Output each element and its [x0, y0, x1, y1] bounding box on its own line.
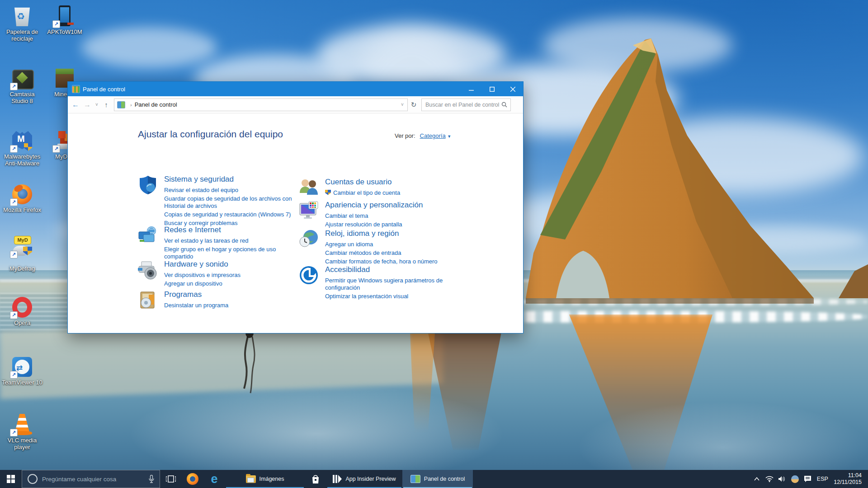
- app-insider-icon: [333, 475, 342, 483]
- category-title[interactable]: Redes e Internet: [164, 225, 298, 235]
- address-dropdown-icon[interactable]: ˅: [397, 102, 407, 107]
- task-link[interactable]: Cambiar métodos de entrada: [325, 249, 455, 257]
- forward-button[interactable]: →: [81, 101, 93, 109]
- icon-label: Papelera de reciclaje: [1, 28, 43, 42]
- cortana-search-box[interactable]: Pregúntame cualquier cosa: [22, 470, 160, 488]
- volume-icon[interactable]: [777, 470, 788, 488]
- display-personalization-icon[interactable]: [299, 201, 319, 221]
- task-link[interactable]: Ver dispositivos e impresoras: [164, 272, 298, 279]
- category-title[interactable]: Accesibilidad: [325, 265, 455, 274]
- task-link[interactable]: Revisar el estado del equipo: [164, 187, 298, 194]
- network-icon[interactable]: [138, 225, 158, 245]
- printer-icon[interactable]: [138, 260, 158, 280]
- shield-icon[interactable]: [138, 175, 158, 195]
- taskbar-button-label: Panel de control: [424, 476, 465, 482]
- task-link[interactable]: Cambiar el tema: [325, 212, 455, 220]
- opera-icon: ↗: [11, 296, 33, 318]
- task-link[interactable]: Guardar copias de seguridad de los archi…: [164, 195, 298, 210]
- rock-arch: [497, 27, 868, 307]
- control-panel-icon: [72, 85, 80, 93]
- clock-globe-icon[interactable]: [299, 229, 319, 249]
- back-button[interactable]: ←: [70, 101, 81, 109]
- shortcut-arrow-icon: ↗: [10, 311, 18, 319]
- task-link[interactable]: Agregar un dispositivo: [164, 280, 298, 287]
- desktop-icon-apktow10m[interactable]: ↗ APKToW10M: [44, 5, 85, 35]
- shortcut-arrow-icon: ↗: [52, 145, 60, 153]
- up-button[interactable]: ↑: [100, 101, 112, 108]
- task-link[interactable]: Cambiar formatos de fecha, hora o número: [325, 258, 455, 265]
- task-link[interactable]: Agregar un idioma: [325, 241, 455, 248]
- desktop-icon-vlc[interactable]: ↗ VLC media player: [1, 414, 43, 450]
- system-tray: ESP 11:04 12/11/2015: [751, 470, 868, 488]
- shortcut-arrow-icon: ↗: [10, 251, 18, 258]
- desktop-icon-recycle-bin[interactable]: ♻ Papelera de reciclaje: [1, 5, 43, 42]
- tray-date: 12/11/2015: [834, 479, 862, 486]
- start-button[interactable]: [0, 470, 22, 488]
- uac-shield-icon: [325, 190, 331, 195]
- task-view-button[interactable]: [160, 470, 182, 488]
- taskbar-button-label: Imágenes: [259, 476, 284, 482]
- task-link[interactable]: Copias de seguridad y restauración (Wind…: [164, 211, 298, 218]
- desktop-icon-firefox[interactable]: ↗ Mozilla Firefox: [1, 183, 43, 213]
- wifi-icon[interactable]: [764, 470, 775, 488]
- desktop-icon-camtasia[interactable]: ↗ Camtasia Studio 8: [1, 68, 43, 104]
- category-title[interactable]: Programas: [164, 290, 298, 299]
- view-by-value[interactable]: Categoría: [420, 132, 446, 139]
- program-box-icon[interactable]: [138, 290, 158, 310]
- category-appearance: Apariencia y personalización Cambiar el …: [299, 201, 455, 229]
- shortcut-arrow-icon: ↗: [10, 145, 18, 153]
- icon-label: TeamViewer 10: [1, 379, 43, 386]
- taskbar-button-imagenes[interactable]: Imágenes: [225, 470, 305, 488]
- history-dropdown-icon[interactable]: ˅: [93, 102, 100, 107]
- close-button[interactable]: [502, 82, 523, 96]
- breadcrumb[interactable]: Panel de control: [135, 101, 177, 108]
- category-system-security: Sistema y seguridad Revisar el estado de…: [138, 175, 298, 227]
- cloud: [81, 27, 217, 68]
- category-title[interactable]: Reloj, idioma y región: [325, 229, 455, 238]
- task-link[interactable]: Permitir que Windows sugiera parámetros …: [325, 277, 455, 291]
- task-link[interactable]: Cambiar el tipo de cuenta: [325, 189, 455, 197]
- taskbar-store-button[interactable]: [305, 470, 326, 488]
- ease-of-access-icon[interactable]: [299, 265, 319, 285]
- address-field[interactable]: › Panel de control ˅: [114, 99, 408, 111]
- task-link[interactable]: Optimizar la presentación visual: [325, 293, 455, 300]
- desktop-icon-malwarebytes[interactable]: M ↗ Malwarebytes Anti-Malware: [1, 130, 43, 167]
- microphone-icon[interactable]: [149, 475, 154, 483]
- shortcut-arrow-icon: ↗: [52, 20, 60, 28]
- tray-chevron-up-icon[interactable]: [751, 470, 762, 488]
- users-icon[interactable]: [299, 178, 319, 197]
- desktop-icon-teamviewer[interactable]: ⇄ ↗ TeamViewer 10: [1, 356, 43, 386]
- onedrive-tray-icon[interactable]: [789, 470, 800, 488]
- maximize-button[interactable]: [481, 82, 502, 96]
- category-title[interactable]: Apariencia y personalización: [325, 201, 455, 210]
- category-title[interactable]: Cuentas de usuario: [325, 178, 455, 187]
- category-title[interactable]: Sistema y seguridad: [164, 175, 298, 184]
- window-titlebar[interactable]: Panel de control: [68, 82, 523, 96]
- taskbar-button-app-insider[interactable]: App Insider Preview: [326, 470, 402, 488]
- task-link[interactable]: Elegir grupo en el hogar y opciones de u…: [164, 246, 298, 260]
- task-link[interactable]: Desinstalar un programa: [164, 302, 298, 309]
- desktop-icon-mydefrag[interactable]: MyD ↗ MyDefrag: [1, 236, 43, 272]
- phone-app-icon: ↗: [54, 5, 75, 27]
- task-link[interactable]: Ver el estado y las tareas de red: [164, 237, 298, 244]
- firefox-icon: ↗: [11, 183, 33, 205]
- refresh-icon[interactable]: ↻: [408, 101, 420, 109]
- view-by-label: Ver por:: [395, 132, 415, 139]
- taskbar-edge-button[interactable]: e: [203, 470, 225, 488]
- control-panel-search[interactable]: Buscar en el Panel de control: [421, 99, 511, 111]
- category-title[interactable]: Hardware y sonido: [164, 260, 298, 269]
- clock[interactable]: 11:04 12/11/2015: [832, 472, 865, 486]
- minimize-button[interactable]: [461, 82, 481, 96]
- chevron-down-icon[interactable]: ▼: [447, 134, 451, 139]
- taskbar-button-panel-de-control[interactable]: Panel de control: [402, 470, 473, 488]
- taskbar-firefox-button[interactable]: [182, 470, 203, 488]
- task-link[interactable]: Ajustar resolución de pantalla: [325, 221, 455, 228]
- desktop-icon-opera[interactable]: ↗ Opera: [1, 296, 43, 326]
- action-center-icon[interactable]: [802, 470, 813, 488]
- camtasia-icon: ↗: [11, 68, 33, 89]
- search-placeholder: Buscar en el Panel de control: [425, 102, 501, 108]
- tray-time: 11:04: [834, 472, 862, 479]
- teamviewer-icon: ⇄ ↗: [11, 356, 33, 378]
- language-indicator[interactable]: ESP: [815, 476, 830, 482]
- icon-label: MyDefrag: [1, 265, 43, 272]
